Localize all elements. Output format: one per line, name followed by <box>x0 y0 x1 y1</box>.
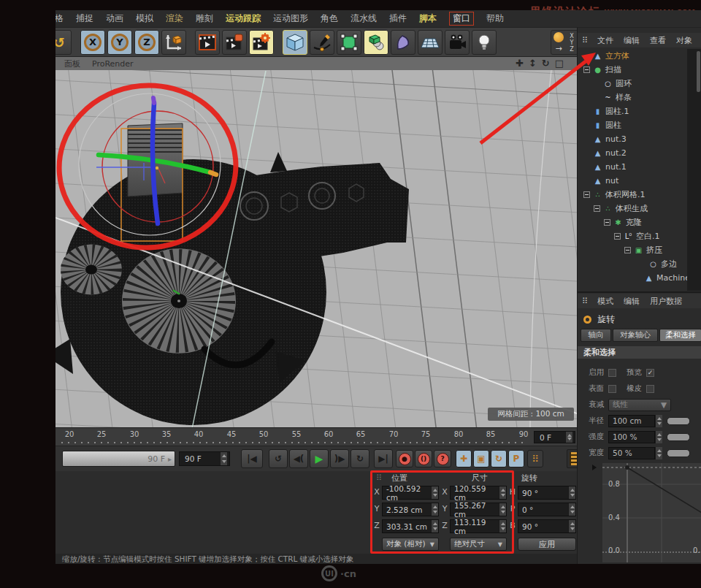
key-position-toggle[interactable]: ✚ <box>456 450 472 467</box>
expander-icon[interactable] <box>604 219 610 226</box>
surface-checkbox[interactable] <box>608 385 616 393</box>
deformer-icon[interactable] <box>391 30 415 55</box>
render-view-icon[interactable] <box>195 30 220 55</box>
axis-x-button[interactable]: X <box>80 30 105 55</box>
axis-z-button[interactable]: Z <box>134 30 159 55</box>
om-scrollbar[interactable] <box>697 51 700 92</box>
size-x-field[interactable]: 120.559 cm <box>450 486 507 500</box>
next-key-button[interactable]: )▶ <box>330 449 349 468</box>
menu-item-help[interactable]: 帮助 <box>486 12 504 25</box>
tree-row[interactable]: ▲nut <box>578 174 701 188</box>
preview-checkbox[interactable]: ✓ <box>646 369 654 377</box>
cube-primitive-icon[interactable] <box>283 30 307 55</box>
key-scale-toggle[interactable]: ▣ <box>473 450 489 467</box>
tree-item-label[interactable]: 圆环 <box>616 78 632 89</box>
position-z-field[interactable]: 303.31 cm <box>382 519 439 533</box>
rotation-p-field[interactable]: 0 ° <box>518 503 576 516</box>
end-frame-stepper[interactable] <box>565 432 572 443</box>
tree-row[interactable]: ▲Machine S <box>578 271 701 285</box>
render-settings-icon[interactable] <box>249 30 274 55</box>
camera-icon[interactable] <box>445 30 470 55</box>
width-field[interactable]: 50 % <box>608 447 655 459</box>
tree-item-label[interactable]: 圆柱 <box>605 120 621 131</box>
undo-icon[interactable]: ↺ <box>55 30 72 55</box>
goto-start-button[interactable]: |◀ <box>241 449 263 468</box>
tree-item-label[interactable]: nut.2 <box>605 148 627 158</box>
expander-icon[interactable] <box>614 233 621 240</box>
light-icon[interactable] <box>472 30 497 55</box>
viewport-3d-canvas[interactable]: 网格间距 : 100 cm <box>55 70 577 427</box>
apply-button[interactable]: 应用 <box>518 538 576 551</box>
radius-stepper[interactable] <box>655 415 662 427</box>
expander-icon[interactable] <box>594 205 600 212</box>
array-tool-icon[interactable] <box>364 30 388 55</box>
tab-axis[interactable]: 轴向 <box>581 329 611 342</box>
menu-item-motion-tracker[interactable]: 运动跟踪 <box>226 12 261 25</box>
strength-stepper[interactable] <box>655 431 662 443</box>
tree-row[interactable]: ∴体积网格.1 <box>578 188 701 202</box>
tree-item-label[interactable]: 克隆 <box>626 217 642 228</box>
panel-splitter[interactable] <box>578 291 701 293</box>
om-menu-object[interactable]: 对象 <box>676 35 692 46</box>
tree-row[interactable]: ∴体积生成 <box>578 202 701 215</box>
tab-object-axis[interactable]: 对象轴心 <box>613 329 658 342</box>
menu-item-plugins[interactable]: 插件 <box>389 12 407 25</box>
width-slider[interactable] <box>667 449 690 457</box>
position-y-field[interactable]: 2.528 cm <box>382 503 439 516</box>
current-frame-field[interactable]: 90 F <box>179 451 230 466</box>
expander-icon[interactable] <box>583 66 590 73</box>
attr-menu-mode[interactable]: 模式 <box>597 296 613 307</box>
menu-item-character[interactable]: 角色 <box>321 12 338 25</box>
position-x-field[interactable]: -100.592 cm <box>382 486 439 500</box>
autokey-button[interactable]: () <box>415 450 432 467</box>
tree-item-label[interactable]: 多边 <box>661 259 677 270</box>
menu-item-simulate[interactable]: 模拟 <box>136 12 153 25</box>
tab-soft-selection[interactable]: 柔和选择 <box>659 329 701 342</box>
frame-stepper[interactable] <box>220 452 227 465</box>
key-pla-toggle[interactable]: ⠿ <box>527 450 543 467</box>
falloff-dropdown[interactable]: 线性▼ <box>608 399 671 411</box>
tree-row[interactable]: ○圆环 <box>578 77 701 91</box>
menu-item-animate[interactable]: 动画 <box>106 12 123 25</box>
tree-item-label[interactable]: 体积网格.1 <box>605 189 646 200</box>
panel-grip-icon[interactable]: ⠿ <box>582 297 587 306</box>
floor-icon[interactable] <box>418 30 443 55</box>
menu-item-mesh[interactable]: 网格 <box>55 12 64 25</box>
size-y-field[interactable]: 155.267 cm <box>450 503 507 516</box>
tree-item-label[interactable]: 扫描 <box>605 64 621 75</box>
loop-button[interactable]: ↻ <box>350 449 369 468</box>
tree-row[interactable]: ▲nut.3 <box>578 132 701 146</box>
menu-item-pipeline[interactable]: 流水线 <box>350 12 377 25</box>
coordinate-system-icon[interactable] <box>161 30 186 55</box>
width-stepper[interactable] <box>655 447 662 459</box>
size-mode-dropdown[interactable]: 绝对尺寸▼ <box>450 538 507 551</box>
keyframe-options-button[interactable]: ? <box>434 450 451 467</box>
size-z-field[interactable]: 113.119 cm <box>450 519 507 533</box>
radius-field[interactable]: 100 cm <box>608 415 655 427</box>
eraser-checkbox[interactable] <box>646 385 654 393</box>
play-button[interactable]: ▶ <box>310 449 329 468</box>
tree-row[interactable]: ▮圆柱.1 <box>578 104 701 118</box>
axis-y-button[interactable]: Y <box>107 30 132 55</box>
om-menu-file[interactable]: 文件 <box>597 35 613 46</box>
end-frame-field[interactable]: 0 F <box>534 431 575 443</box>
tree-item-label[interactable]: nut.1 <box>605 162 627 172</box>
tree-item-label[interactable]: 圆柱.1 <box>605 106 629 117</box>
tree-item-label[interactable]: 体积生成 <box>616 203 648 214</box>
record-keyframe-button[interactable]: ● <box>396 450 413 467</box>
pan-view-icon[interactable]: ✚ <box>516 58 524 69</box>
viewport-menu-panel[interactable]: 面板 <box>64 58 80 69</box>
panel-grip-icon[interactable]: ⠿ <box>582 36 587 45</box>
tree-row[interactable]: ▣挤压 <box>578 243 701 257</box>
rotation-h-field[interactable]: 90 ° <box>518 486 576 500</box>
menu-item-window[interactable]: 窗口 <box>449 12 474 26</box>
render-picture-viewer-icon[interactable] <box>222 30 247 55</box>
position-mode-dropdown[interactable]: 对象 (相对)▼ <box>382 538 439 551</box>
key-rotation-toggle[interactable]: ↻ <box>491 450 507 467</box>
spline-pen-icon[interactable] <box>310 30 334 55</box>
play-backwards-button[interactable]: ↺ <box>269 449 288 468</box>
expander-icon[interactable] <box>583 191 590 198</box>
tree-row[interactable]: ▲nut.1 <box>578 160 701 174</box>
rotation-b-field[interactable]: 90 ° <box>518 519 576 533</box>
tree-row[interactable]: ○多边 <box>578 257 701 271</box>
